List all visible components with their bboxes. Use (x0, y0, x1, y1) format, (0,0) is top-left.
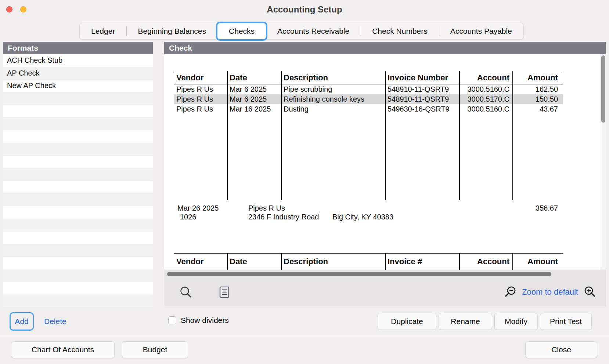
preview-toolbar: Zoom to default (164, 278, 606, 306)
tab-accounts-receivable[interactable]: Accounts Receivable (266, 23, 361, 39)
cell-date: Mar 6 2025 (227, 85, 281, 94)
tab-accounts-payable[interactable]: Accounts Payable (439, 23, 523, 39)
format-list-empty-row (3, 143, 153, 156)
cell-invoice: 548910-11-QSRT9 (385, 85, 459, 94)
tab-ledger[interactable]: Ledger (80, 23, 126, 39)
zoom-in-icon[interactable] (583, 285, 597, 299)
check-date: Mar 26 2025 (177, 204, 219, 212)
format-list-item[interactable]: New AP Check (3, 80, 153, 92)
horizontal-scrollbar[interactable] (164, 270, 606, 278)
formats-panel-header: Formats (3, 42, 153, 54)
close-button[interactable]: Close (525, 341, 597, 358)
stub-table-row-highlighted: Pipes R Us Mar 6 2025 Refinishing consol… (174, 94, 563, 104)
tab-bar: Ledger Beginning Balances Checks Account… (79, 23, 524, 40)
cell-amount: 150.50 (512, 95, 563, 103)
format-list-item[interactable]: ACH Check Stub (3, 54, 153, 67)
column-divider (281, 254, 282, 270)
rename-button[interactable]: Rename (439, 313, 492, 330)
format-list-empty-row (3, 295, 153, 308)
cell-description: Pipe scrubbing (281, 85, 385, 94)
cell-description: Refinishing console keys (281, 95, 385, 103)
magnifier-icon[interactable] (179, 285, 193, 299)
column-divider (459, 71, 460, 200)
format-list-empty-row (3, 118, 153, 131)
column-divider (459, 254, 460, 270)
cell-account: 3000.5160.C (459, 85, 512, 94)
cell-date: Mar 6 2025 (227, 95, 281, 103)
check-info: Mar 26 2025 Pipes R Us 356.67 1026 2346 … (174, 204, 563, 223)
footer-divider (0, 337, 609, 337)
format-list-empty-row (3, 168, 153, 181)
format-list-empty-row (3, 257, 153, 270)
column-divider (281, 71, 282, 200)
check-payee: Pipes R Us (248, 204, 285, 212)
cell-vendor: Pipes R Us (174, 95, 227, 103)
cell-amount: 43.67 (512, 105, 563, 113)
format-list-empty-row (3, 181, 153, 194)
titlebar: Accounting Setup (0, 0, 609, 19)
stub-table-row: Pipes R Us Mar 16 2025 Dusting 549630-16… (174, 104, 563, 114)
column-divider (512, 71, 513, 200)
zoom-out-icon[interactable] (504, 285, 517, 299)
window-title: Accounting Setup (0, 4, 609, 15)
check-city: Big City, KY 40383 (332, 213, 393, 221)
duplicate-button[interactable]: Duplicate (378, 313, 436, 330)
column-divider (227, 71, 228, 200)
format-list-empty-row (3, 244, 153, 257)
delete-button[interactable]: Delete (44, 317, 66, 326)
cell-date: Mar 16 2025 (227, 105, 281, 113)
show-dividers-label: Show dividers (181, 316, 229, 325)
formats-list: ACH Check StubAP CheckNew AP Check (3, 54, 153, 307)
tab-beginning-balances[interactable]: Beginning Balances (126, 23, 217, 39)
show-dividers-checkbox[interactable] (168, 316, 176, 324)
check-panel-header: Check (164, 42, 606, 54)
chart-of-accounts-button[interactable]: Chart Of Accounts (11, 341, 115, 358)
col-header-account: Account (459, 73, 512, 83)
check-address: 2346 F Industry Road (248, 213, 319, 221)
format-list-empty-row (3, 219, 153, 232)
check-preview-area: Vendor Date Description Invoice Number A… (164, 54, 606, 270)
vertical-scrollbar-thumb[interactable] (601, 55, 605, 123)
format-list-empty-row (3, 156, 153, 168)
document-lines-icon[interactable] (219, 286, 230, 298)
col-header-description: Description (281, 254, 385, 270)
cell-account: 3000.5160.C (459, 105, 512, 113)
tab-check-numbers[interactable]: Check Numbers (361, 23, 439, 39)
check-total: 356.67 (536, 204, 558, 212)
col-header-invoice: Invoice # (385, 254, 459, 270)
col-header-account: Account (459, 254, 512, 270)
col-header-amount: Amount (512, 73, 563, 83)
col-header-invoice-number: Invoice Number (385, 73, 459, 83)
print-test-button[interactable]: Print Test (540, 313, 592, 330)
cell-vendor: Pipes R Us (174, 85, 227, 94)
zoom-to-default-link[interactable]: Zoom to default (522, 287, 578, 297)
horizontal-scrollbar-thumb[interactable] (167, 272, 551, 276)
budget-button[interactable]: Budget (122, 341, 188, 358)
format-list-empty-row (3, 206, 153, 219)
stub-table: Vendor Date Description Invoice Number A… (174, 71, 563, 200)
second-stub-table-header: Vendor Date Description Invoice # Accoun… (174, 253, 563, 270)
modify-button[interactable]: Modify (494, 313, 538, 330)
stub-table-row: Pipes R Us Mar 6 2025 Pipe scrubbing 548… (174, 84, 563, 94)
add-button-focus-ring: Add (10, 312, 34, 331)
check-document: Vendor Date Description Invoice Number A… (174, 71, 563, 270)
show-dividers-control: Show dividers (168, 316, 229, 325)
tab-checks[interactable]: Checks (217, 23, 266, 39)
format-list-empty-row (3, 270, 153, 283)
vertical-scrollbar[interactable] (600, 54, 606, 270)
format-list-empty-row (3, 282, 153, 295)
format-list-empty-row (3, 105, 153, 118)
check-number: 1026 (180, 213, 197, 221)
col-header-date: Date (227, 73, 281, 83)
col-header-date: Date (227, 254, 281, 270)
cell-account: 3000.5170.C (459, 95, 512, 103)
format-list-empty-row (3, 232, 153, 244)
accounting-setup-window: Accounting Setup Ledger Beginning Balanc… (0, 0, 609, 364)
add-button[interactable]: Add (15, 317, 28, 326)
column-divider (385, 71, 386, 200)
col-header-vendor: Vendor (174, 254, 227, 270)
col-header-description: Description (281, 73, 385, 83)
format-list-empty-row (3, 194, 153, 207)
col-header-vendor: Vendor (174, 73, 227, 83)
format-list-item[interactable]: AP Check (3, 67, 153, 80)
